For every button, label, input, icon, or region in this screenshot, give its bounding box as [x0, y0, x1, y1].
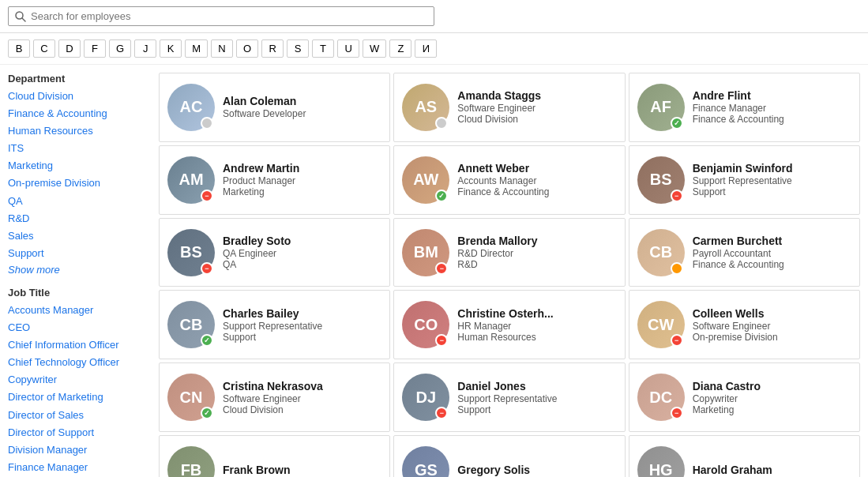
alpha-btn-Z[interactable]: Z [389, 39, 411, 58]
employee-card-christine[interactable]: CO−Christine Osterh...HR ManagerHuman Re… [393, 290, 625, 359]
employee-grid: ACAlan ColemanSoftware DeveloperASAmanda… [159, 73, 860, 477]
sidebar-job-division-manager[interactable]: Division Manager [8, 441, 146, 459]
employee-title-amanda: Software Engineer [457, 103, 616, 114]
employee-dept-brenda: R&D [457, 259, 616, 270]
employee-card-andrew[interactable]: AM−Andrew MartinProduct ManagerMarketing [159, 145, 390, 215]
employee-dept-amanda: Cloud Division [457, 114, 616, 125]
sidebar-dept-its[interactable]: ITS [8, 140, 146, 157]
sidebar: Department Cloud DivisionFinance & Accou… [8, 73, 146, 477]
employee-card-carmen[interactable]: CBCarmen BurchettPayroll AccountantFinan… [629, 218, 860, 287]
status-badge-annett: ✓ [435, 190, 448, 202]
avatar-gregory: GS [402, 446, 449, 477]
employee-card-benjamin[interactable]: BS−Benjamin SwinfordSupport Representati… [629, 145, 860, 215]
employee-card-annett[interactable]: AW✓Annett WeberAccounts ManagerFinance &… [393, 145, 625, 215]
alpha-btn-K[interactable]: K [160, 39, 182, 58]
alpha-btn-D[interactable]: D [58, 39, 81, 58]
avatar-frank: FB [167, 446, 215, 477]
employee-info-bradley: Bradley SotoQA EngineerQA [223, 235, 381, 270]
employee-card-gregory[interactable]: GSGregory Solis [393, 435, 625, 477]
avatar-wrap-bradley: BS− [167, 229, 215, 276]
sidebar-job-chief-technology-officer[interactable]: Chief Technology Officer [8, 354, 146, 371]
alpha-btn-C[interactable]: C [33, 39, 55, 58]
sidebar-dept-qa[interactable]: QA [8, 193, 146, 210]
sidebar-dept-on-premise-division[interactable]: On-premise Division [8, 175, 146, 192]
employee-info-cristina: Cristina NekrasovaSoftware EngineerCloud… [223, 380, 381, 415]
sidebar-dept-marketing[interactable]: Marketing [8, 157, 146, 175]
employee-card-daniel[interactable]: DJ−Daniel JonesSupport RepresentativeSup… [393, 362, 625, 432]
sidebar-job-director-of-support[interactable]: Director of Support [8, 424, 146, 441]
alpha-btn-F[interactable]: F [84, 39, 106, 58]
employee-title-diana: Copywriter [693, 393, 851, 404]
employee-title-colleen: Software Engineer [693, 321, 851, 332]
employee-card-diana[interactable]: DC−Diana CastroCopywriterMarketing [629, 362, 860, 432]
alpha-btn-B[interactable]: B [8, 39, 30, 58]
alpha-btn-T[interactable]: T [312, 39, 334, 58]
employee-card-andre[interactable]: AF✓Andre FlintFinance ManagerFinance & A… [629, 73, 860, 142]
employee-dept-bradley: QA [223, 259, 381, 270]
alphabet-bar: BCDFGJKMNORSTUWZИ [0, 33, 868, 65]
alpha-btn-W[interactable]: W [363, 39, 386, 58]
avatar-initials-harold: HG [637, 446, 685, 477]
employee-info-frank: Frank Brown [223, 464, 381, 477]
avatar-harold: HG [637, 446, 685, 477]
employee-card-frank[interactable]: FBFrank Brown [159, 435, 390, 477]
sidebar-job-finance-manager[interactable]: Finance Manager [8, 459, 146, 476]
alpha-btn-R[interactable]: R [261, 39, 284, 58]
alpha-btn-O[interactable]: O [236, 39, 258, 58]
employee-name-diana: Diana Castro [693, 380, 851, 392]
employee-card-harold[interactable]: HGHarold Graham [629, 435, 860, 477]
employee-card-amanda[interactable]: ASAmanda StaggsSoftware EngineerCloud Di… [393, 73, 625, 142]
avatar-wrap-gregory: GS [402, 446, 449, 477]
sidebar-dept-human-resources[interactable]: Human Resources [8, 122, 146, 140]
alpha-btn-U[interactable]: U [337, 39, 359, 58]
alpha-btn-M[interactable]: M [185, 39, 208, 58]
employee-card-charles[interactable]: CB✓Charles BaileySupport RepresentativeS… [159, 290, 390, 359]
employee-title-brenda: R&D Director [457, 248, 616, 259]
employee-name-harold: Harold Graham [693, 464, 851, 476]
status-badge-diana: − [671, 407, 683, 419]
search-input[interactable] [31, 10, 427, 22]
avatar-wrap-harold: HG [637, 446, 685, 477]
employee-name-daniel: Daniel Jones [457, 380, 616, 392]
employee-info-amanda: Amanda StaggsSoftware EngineerCloud Divi… [457, 89, 616, 125]
search-box-container [8, 6, 434, 26]
avatar-wrap-frank: FB [167, 446, 215, 477]
employee-dept-andre: Finance & Accounting [693, 114, 851, 125]
sidebar-job-director-of-marketing[interactable]: Director of Marketing [8, 389, 146, 406]
avatar-wrap-charles: CB✓ [167, 301, 215, 348]
employee-card-alan[interactable]: ACAlan ColemanSoftware Developer [159, 73, 390, 142]
employee-dept-cristina: Cloud Division [223, 404, 381, 415]
show-more-link[interactable]: Show more [8, 264, 146, 276]
alpha-btn-J[interactable]: J [134, 39, 156, 58]
sidebar-job-chief-information-officer[interactable]: Chief Information Officer [8, 336, 146, 354]
employee-card-bradley[interactable]: BS−Bradley SotoQA EngineerQA [159, 218, 390, 287]
sidebar-job-accounts-manager[interactable]: Accounts Manager [8, 302, 146, 319]
main-layout: Department Cloud DivisionFinance & Accou… [0, 65, 868, 477]
employee-card-cristina[interactable]: CN✓Cristina NekrasovaSoftware EngineerCl… [159, 362, 390, 432]
employee-title-alan: Software Developer [223, 108, 381, 119]
alpha-btn-G[interactable]: G [109, 39, 131, 58]
sidebar-job-ceo[interactable]: CEO [8, 319, 146, 336]
employee-info-colleen: Colleen WellsSoftware EngineerOn-premise… [693, 307, 851, 343]
sidebar-job-director-of-sales[interactable]: Director of Sales [8, 407, 146, 424]
employee-card-brenda[interactable]: BM−Brenda MalloryR&D DirectorR&D [393, 218, 625, 287]
sidebar-dept-support[interactable]: Support [8, 245, 146, 262]
sidebar-dept-sales[interactable]: Sales [8, 227, 146, 245]
employee-info-gregory: Gregory Solis [457, 464, 616, 477]
employee-name-alan: Alan Coleman [223, 95, 381, 107]
avatar-wrap-andrew: AM− [167, 156, 215, 204]
alpha-btn-N[interactable]: N [211, 39, 233, 58]
alpha-btn-И[interactable]: И [415, 39, 437, 58]
sidebar-dept-finance-&-accounting[interactable]: Finance & Accounting [8, 105, 146, 122]
sidebar-job-copywriter[interactable]: Copywriter [8, 371, 146, 389]
alpha-btn-S[interactable]: S [287, 39, 309, 58]
sidebar-dept-r&d[interactable]: R&D [8, 210, 146, 227]
sidebar-dept-cloud-division[interactable]: Cloud Division [8, 88, 146, 105]
avatar-wrap-daniel: DJ− [402, 374, 449, 421]
avatar-wrap-carmen: CB [637, 229, 685, 276]
employee-info-daniel: Daniel JonesSupport RepresentativeSuppor… [457, 380, 616, 415]
employee-card-colleen[interactable]: CW−Colleen WellsSoftware EngineerOn-prem… [629, 290, 860, 359]
employee-name-gregory: Gregory Solis [457, 464, 616, 476]
employee-name-cristina: Cristina Nekrasova [223, 380, 381, 392]
employee-name-frank: Frank Brown [223, 464, 381, 476]
